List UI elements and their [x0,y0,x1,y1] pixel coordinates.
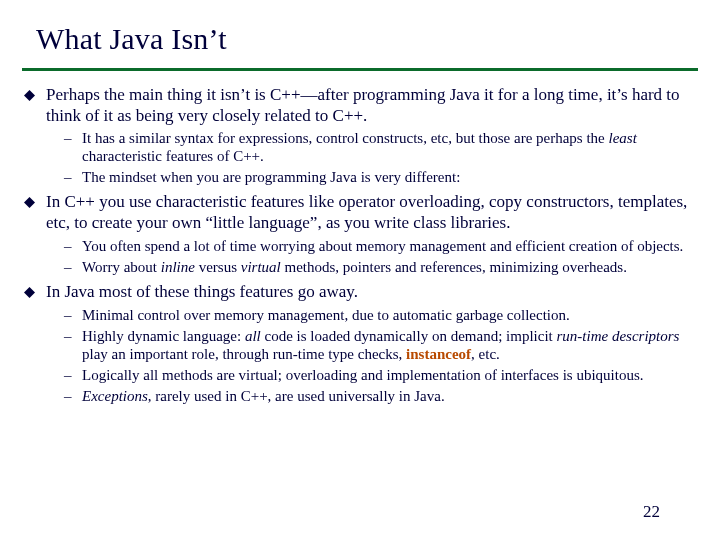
svg-marker-0 [24,90,35,101]
dash-bullet-icon: – [64,258,82,276]
dash-bullet-icon: – [64,306,82,324]
dash-bullet-icon: – [64,129,82,147]
bullet-text: It has a similar syntax for expressions,… [82,129,698,165]
diamond-bullet-icon [24,282,46,298]
bullet-level2: – You often spend a lot of time worrying… [64,237,698,255]
bullet-level2: – Logically all methods are virtual; ove… [64,366,698,384]
bullet-text: In Java most of these things features go… [46,282,358,303]
svg-marker-2 [24,287,35,298]
bullet-level2: – Minimal control over memory management… [64,306,698,324]
bullet-text: Highly dynamic language: all code is loa… [82,327,698,363]
bullet-text: You often spend a lot of time worrying a… [82,237,683,255]
bullet-level2: – Worry about inline versus virtual meth… [64,258,698,276]
bullet-level2: – The mindset when you are programming J… [64,168,698,186]
dash-bullet-icon: – [64,366,82,384]
bullet-text: Worry about inline versus virtual method… [82,258,627,276]
svg-marker-1 [24,197,35,208]
dash-bullet-icon: – [64,237,82,255]
diamond-bullet-icon [24,85,46,101]
bullet-text: In C++ you use characteristic features l… [46,192,698,233]
keyword-instanceof: instanceof [406,346,471,362]
bullet-level1: In Java most of these things features go… [24,282,698,303]
slide-content: Perhaps the main thing it isn’t is C++—a… [22,85,698,405]
dash-bullet-icon: – [64,387,82,405]
bullet-text: Logically all methods are virtual; overl… [82,366,644,384]
bullet-level2: – Highly dynamic language: all code is l… [64,327,698,363]
bullet-level1: In C++ you use characteristic features l… [24,192,698,233]
bullet-text: Exceptions, rarely used in C++, are used… [82,387,445,405]
diamond-bullet-icon [24,192,46,208]
bullet-level1: Perhaps the main thing it isn’t is C++—a… [24,85,698,126]
page-number: 22 [643,502,660,522]
bullet-level2: – Exceptions, rarely used in C++, are us… [64,387,698,405]
bullet-text: The mindset when you are programming Jav… [82,168,460,186]
bullet-text: Perhaps the main thing it isn’t is C++—a… [46,85,698,126]
slide: What Java Isn’t Perhaps the main thing i… [0,0,720,540]
bullet-text: Minimal control over memory management, … [82,306,570,324]
slide-title: What Java Isn’t [22,22,698,71]
dash-bullet-icon: – [64,327,82,345]
bullet-level2: – It has a similar syntax for expression… [64,129,698,165]
dash-bullet-icon: – [64,168,82,186]
